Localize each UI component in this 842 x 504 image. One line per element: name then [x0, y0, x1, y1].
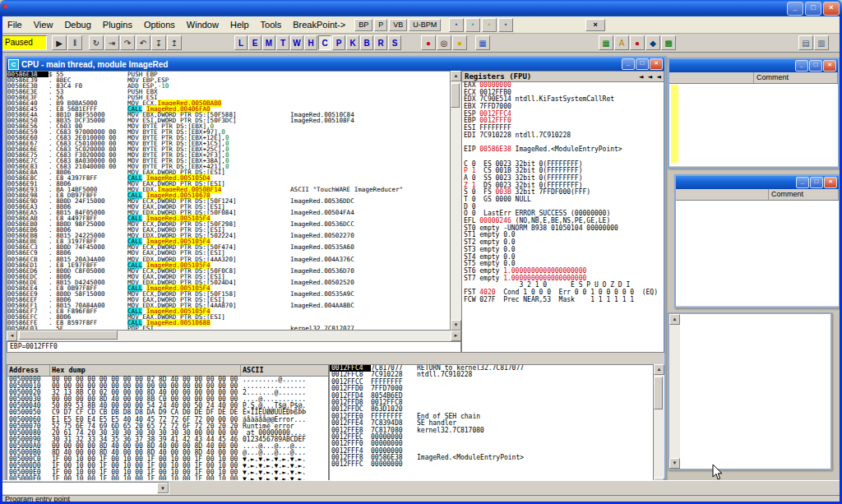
menu-plugin-icon[interactable]: ▪ [465, 18, 480, 32]
scroll-up-icon[interactable]: ▲ [654, 364, 664, 375]
menu-item-tools[interactable]: Tools [255, 18, 288, 31]
menu-item-help[interactable]: Help [224, 18, 255, 31]
disasm-row[interactable]: 00586EB0. 8B0D 98F25000MOV ECX,DWORD PTR… [7, 221, 450, 227]
breakpoint-button-ubpm[interactable]: U-BPM [409, 19, 441, 31]
disasm-row[interactable]: 00586EC3. 8B0D 74F45000MOV ECX,DWORD PTR… [7, 244, 450, 250]
close-button[interactable]: × [823, 60, 836, 72]
plugin-button[interactable]: ● [421, 35, 436, 50]
step-button[interactable]: ↥ [167, 35, 182, 50]
minimize-button[interactable]: _ [795, 60, 808, 72]
window-letter-button-b[interactable]: B [360, 35, 373, 50]
scroll-up-icon[interactable]: ▲ [669, 314, 680, 325]
plugin-button[interactable]: ▦ [599, 35, 613, 50]
menu-item-options[interactable]: Options [138, 18, 181, 31]
menu-item-file[interactable]: File [2, 18, 28, 31]
side-window-top-titlebar[interactable]: _ □ × [669, 59, 838, 72]
menu-item-window[interactable]: Window [181, 18, 224, 31]
side-window-scrollbar[interactable]: ▲ ▼ [669, 314, 680, 469]
menu-item-debug[interactable]: Debug [58, 18, 96, 31]
minimize-button[interactable]: _ [796, 177, 809, 188]
window-letter-button-k[interactable]: K [346, 35, 359, 50]
register-line[interactable]: FCW 027F Prec NEAR,53 Mask 1 1 1 1 1 1 [462, 297, 664, 304]
window-letter-button-w[interactable]: W [290, 35, 303, 50]
disasm-row[interactable]: 00586EFE. E8 8597F8FFCALL ImageRed.00510… [7, 320, 450, 326]
cpu-maximize-button[interactable]: □ [636, 58, 649, 70]
menu-item-breakpoint[interactable]: BreakPoint-> [287, 18, 351, 31]
menu-plugin-icon[interactable]: ▪ [482, 18, 497, 32]
disasm-row[interactable]: 00586ED6. 8B0D C8F05000MOV ECX,DWORD PTR… [7, 268, 450, 274]
disassembly-pane[interactable]: 00586E38$ 55PUSH EBP00586E39. 8BECMOV EB… [7, 71, 451, 331]
menu-plugin-icon[interactable]: ▪ [498, 18, 513, 32]
menu-plugin-icon[interactable]: ▪ [449, 18, 464, 32]
command-input[interactable] [2, 483, 157, 493]
dump-pane[interactable]: Address Hex dump ASCII 0050000000 00 00 … [7, 364, 329, 488]
stack-pane[interactable]: 0012FFC47C817077RETURN to kernel32.7C817… [329, 364, 654, 488]
window-letter-button-e[interactable]: E [248, 35, 261, 50]
minimize-button[interactable]: _ [787, 2, 803, 16]
plugin-button[interactable]: ◆ [645, 35, 660, 50]
side-window-middle-content[interactable] [676, 201, 839, 306]
cpu-minimize-button[interactable]: _ [622, 58, 635, 70]
plugin-button[interactable]: ◎ [437, 35, 451, 50]
disasm-row[interactable]: 00586E3B. 83C4 F0ADD ESP,-10 [7, 83, 450, 89]
plugin-button[interactable]: ▦ [475, 35, 490, 50]
register-line[interactable]: T 0 GS 0000 NULL [462, 197, 664, 204]
stack-row[interactable]: 0012FFFC00000000 [330, 461, 653, 468]
cpu-window-titlebar[interactable]: C CPU - main thread, module ImageRed _ □… [7, 58, 664, 71]
scroll-down-icon[interactable]: ▼ [451, 320, 461, 331]
window-letter-button-s[interactable]: S [388, 35, 401, 50]
command-combobox[interactable]: ▼ [2, 482, 169, 494]
maximize-button[interactable]: □ [809, 60, 822, 72]
plugin-button[interactable]: ▩ [661, 35, 676, 50]
disasm-row[interactable]: 00586E9D. 8B0D 24F15000MOV ECX,DWORD PTR… [7, 198, 450, 204]
disasm-row[interactable]: 00586EE9. 8B0D 58F15000MOV ECX,DWORD PTR… [7, 291, 450, 297]
run-button[interactable]: ▶ [52, 35, 67, 50]
register-line[interactable]: EDI 7C910228 ntdll.7C910228 [462, 132, 664, 140]
title-bar[interactable]: * _ □ × [0, 0, 842, 16]
cpu-close-button[interactable]: × [650, 58, 663, 70]
breakpoint-button-bp[interactable]: BP [354, 19, 372, 31]
disasm-row[interactable]: 00586E38$ 55PUSH EBP [7, 72, 450, 77]
scroll-left-icon[interactable]: ◄ [7, 331, 17, 341]
registers-pane[interactable]: Registers (FPU) ◄ ◄ ◄ EAX 00000000ECX 00… [461, 71, 664, 353]
breakpoint-button-p[interactable]: P [374, 19, 387, 31]
plugin-button[interactable]: ● [452, 35, 467, 50]
disasm-row[interactable]: 00586EF7. E8 F896F8FFCALL ImageRed.00510… [7, 308, 450, 314]
close-button[interactable]: × [823, 2, 840, 16]
pause-button[interactable]: ‖ [67, 35, 82, 50]
step-button[interactable]: ↧ [151, 35, 166, 50]
disasm-row[interactable]: 00586E83. C683 21040000 00MOV BYTE PTR D… [7, 164, 450, 169]
window-letter-button-h[interactable]: H [304, 35, 317, 50]
dropdown-arrow-icon[interactable]: ▼ [157, 483, 169, 493]
toolbar-close-icon[interactable]: × [585, 19, 605, 31]
plugin-button[interactable]: ▤ [798, 35, 813, 50]
register-line[interactable]: EIP 00586E38 ImageRed.<ModuleEntryPoint> [462, 146, 664, 154]
step-button[interactable]: ↻ [89, 35, 104, 50]
side-window-middle-titlebar[interactable]: _ □ × [676, 176, 839, 189]
scroll-down-icon[interactable]: ▼ [669, 458, 680, 469]
disasm-row[interactable]: 00586E3E. 53PUSH EBX [7, 89, 450, 95]
close-button[interactable]: × [824, 177, 837, 188]
stack-scrollbar[interactable]: ▲ ▼ [654, 364, 664, 488]
maximize-button[interactable]: □ [805, 2, 821, 16]
scroll-up-icon[interactable]: ▲ [451, 71, 461, 81]
window-letter-button-p[interactable]: P [332, 35, 345, 50]
info-pane[interactable]: EBP=0012FFF0 [7, 341, 461, 353]
window-letter-button-m[interactable]: M [262, 35, 275, 50]
scroll-right-icon[interactable]: ► [451, 331, 461, 341]
menu-item-view[interactable]: View [28, 18, 59, 31]
disasm-row[interactable]: 00586E8C. E8 4397F8FFCALL ImageRed.00510… [7, 175, 450, 181]
menu-item-plugins[interactable]: Plugins [97, 18, 138, 31]
plugin-button[interactable]: A [614, 35, 629, 50]
plugin-button[interactable]: ▥ [814, 35, 829, 50]
side-window-bottom-content[interactable]: ▲ ▼ [669, 314, 830, 469]
registers-header-arrows-icon[interactable]: ◄ ◄ ◄ [639, 72, 661, 81]
window-letter-button-r[interactable]: R [374, 35, 387, 50]
maximize-button[interactable]: □ [810, 177, 823, 188]
plugin-button[interactable]: ● [630, 35, 645, 50]
step-button[interactable]: ⇥ [104, 35, 119, 50]
step-button[interactable]: ↷ [120, 35, 135, 50]
disassembly-scrollbar[interactable]: ▲ ▼ [451, 71, 461, 331]
step-button[interactable]: ↶ [136, 35, 150, 50]
window-letter-button-t[interactable]: T [276, 35, 289, 50]
